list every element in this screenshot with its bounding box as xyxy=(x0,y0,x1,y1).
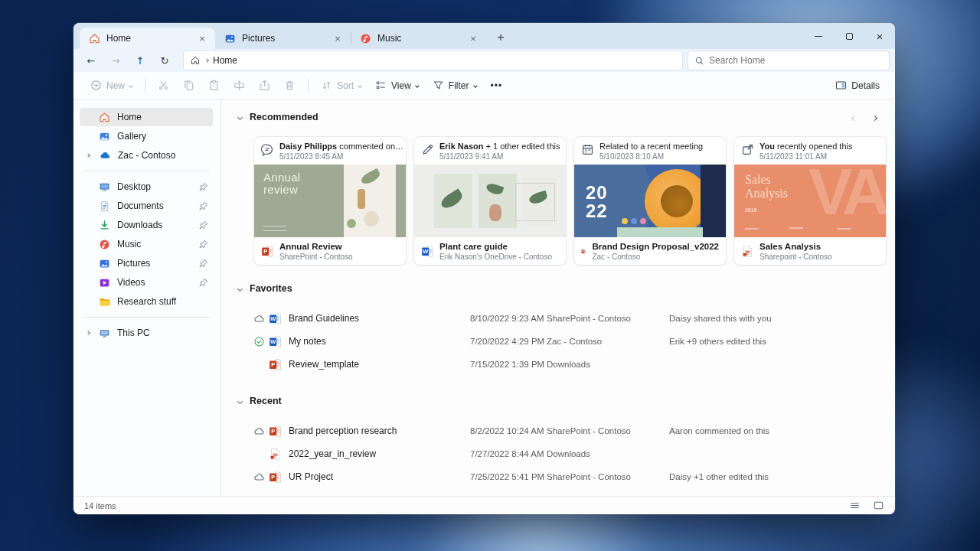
chevron-down-icon xyxy=(415,83,420,88)
carousel-right-button[interactable] xyxy=(873,112,877,122)
tab-pictures[interactable]: Pictures × xyxy=(215,28,351,49)
sidebar-item-home[interactable]: Home xyxy=(80,108,213,126)
sidebar-item-music[interactable]: Music xyxy=(80,235,213,253)
file-row-ur-project[interactable]: P UR Project 7/25/2022 5:41 PM SharePoin… xyxy=(253,465,895,488)
navigation-pane: Home Gallery Zac - Contoso Desktop xyxy=(74,99,221,496)
file-location: Erik Nason's OneDrive - Contoso xyxy=(439,253,552,261)
sort-label: Sort xyxy=(337,80,354,91)
tab-close-icon[interactable]: × xyxy=(466,31,480,45)
chevron-right-icon[interactable] xyxy=(84,331,92,334)
address-bar: ← → ↑ ↻ Home xyxy=(74,49,895,72)
paste-button[interactable] xyxy=(202,75,226,96)
file-activity: Daisy shared this with you xyxy=(669,314,895,323)
gallery-icon xyxy=(99,131,110,142)
toolbar-divider xyxy=(145,79,145,93)
search-input[interactable] xyxy=(709,55,883,66)
filter-label: Filter xyxy=(449,80,469,91)
section-title: Recommended xyxy=(250,112,318,122)
search-icon xyxy=(694,56,704,66)
new-tab-button[interactable]: + xyxy=(491,28,511,47)
more-button[interactable]: ••• xyxy=(485,75,509,96)
file-thumbnail: Annualreview xyxy=(254,165,406,237)
sidebar-item-gallery[interactable]: Gallery xyxy=(80,127,213,145)
file-location: Zac - Contoso xyxy=(592,253,719,261)
filter-button[interactable]: Filter xyxy=(426,75,483,96)
rename-button[interactable] xyxy=(227,75,251,96)
refresh-button[interactable]: ↻ xyxy=(153,51,176,70)
recommended-card-plant-care-guide[interactable]: Erik Nason + 1 other edited this 5/11/20… xyxy=(413,136,567,266)
back-button[interactable]: ← xyxy=(80,51,103,70)
recommended-section-header[interactable]: Recommended xyxy=(238,109,877,125)
breadcrumb[interactable]: Home xyxy=(184,51,682,70)
delete-button[interactable] xyxy=(278,75,302,96)
minimize-button[interactable] xyxy=(803,23,834,49)
large-thumbnails-view-toggle[interactable] xyxy=(873,500,884,511)
recommended-card-brand-design-proposal[interactable]: Related to a recent meeting 5/10/2023 8:… xyxy=(573,136,727,266)
folder-icon xyxy=(99,296,110,308)
view-icon xyxy=(375,80,387,91)
tab-music[interactable]: Music × xyxy=(351,28,486,49)
breadcrumb-location[interactable]: Home xyxy=(213,55,237,66)
svg-text:P: P xyxy=(263,248,267,255)
favorites-section-header[interactable]: Favorites xyxy=(238,281,877,296)
sidebar-item-videos[interactable]: Videos xyxy=(80,273,213,292)
details-button[interactable]: Details xyxy=(829,75,886,96)
recommended-card-sales-analysis[interactable]: You recently opened this 5/11/2023 11:01… xyxy=(733,136,887,266)
view-button[interactable]: View xyxy=(369,75,425,96)
carousel-left-button[interactable] xyxy=(852,112,856,122)
cut-button[interactable] xyxy=(152,75,175,96)
forward-button[interactable]: → xyxy=(104,51,127,70)
copy-button[interactable] xyxy=(177,75,201,96)
file-name: UR Project xyxy=(289,471,470,482)
search-box[interactable] xyxy=(688,51,889,70)
sidebar-item-downloads[interactable]: Downloads xyxy=(80,216,213,234)
file-row-brand-perception-research[interactable]: P Brand perception research 8/2/2022 10:… xyxy=(253,419,895,442)
file-row-review-template[interactable]: P Review_template 7/15/2022 1:39 PM Down… xyxy=(253,353,895,376)
sidebar-item-documents[interactable]: Documents xyxy=(80,197,213,215)
sidebar-item-research-stuff[interactable]: Research stuff xyxy=(80,292,213,311)
sidebar-item-desktop[interactable]: Desktop xyxy=(80,178,213,196)
pin-icon xyxy=(198,220,208,230)
tab-close-icon[interactable]: × xyxy=(331,31,345,45)
sort-button[interactable]: Sort xyxy=(315,75,368,96)
file-row-my-notes[interactable]: W My notes 7/20/2022 4:29 PM Zac - Conto… xyxy=(253,330,895,353)
tab-close-icon[interactable]: × xyxy=(195,31,209,45)
file-date: 7/15/2022 1:39 PM xyxy=(470,360,547,369)
file-name: Brand Guidelines xyxy=(289,313,470,324)
sidebar-item-onedrive[interactable]: Zac - Contoso xyxy=(80,146,213,165)
sidebar-item-label: Desktop xyxy=(117,181,191,192)
pictures-icon xyxy=(224,33,236,44)
svg-text:P: P xyxy=(271,361,275,368)
open-external-icon xyxy=(741,143,754,156)
recommended-card-annual-review[interactable]: Daisy Philipps commented on… 5/11/2023 8… xyxy=(253,136,407,266)
chevron-right-icon xyxy=(204,58,209,63)
new-button[interactable]: New xyxy=(84,75,139,96)
share-button[interactable] xyxy=(253,75,276,96)
tab-label: Pictures xyxy=(242,33,325,44)
file-row-brand-guidelines[interactable]: W Brand Guidelines 8/10/2022 9:23 AM Sha… xyxy=(253,307,895,330)
activity-timestamp: 5/10/2023 8:10 AM xyxy=(599,152,703,161)
up-button[interactable]: ↑ xyxy=(129,51,152,70)
cloud-sync-icon xyxy=(253,425,269,437)
powerpoint-file-icon: P xyxy=(581,245,586,258)
list-view-toggle[interactable] xyxy=(849,500,861,511)
file-name: Sales Analysis xyxy=(760,241,832,253)
sidebar-item-label: Videos xyxy=(117,277,191,288)
sidebar-item-pictures[interactable]: Pictures xyxy=(80,254,213,272)
item-count: 14 items xyxy=(84,501,116,510)
chevron-right-icon[interactable] xyxy=(84,154,92,157)
sidebar-item-label: Pictures xyxy=(117,258,191,269)
maximize-button[interactable] xyxy=(834,23,864,49)
chevron-down-icon xyxy=(237,398,243,403)
file-date: 7/20/2022 4:29 PM xyxy=(470,337,547,346)
file-thumbnail: 2022 xyxy=(574,165,726,237)
file-date: 8/2/2022 10:24 AM xyxy=(470,426,547,435)
svg-text:P: P xyxy=(271,428,275,435)
file-row-2022-year-in-review[interactable]: 2022_year_in_review 7/27/2022 8:44 AM Do… xyxy=(253,442,895,465)
chevron-down-icon xyxy=(473,83,478,88)
recent-section-header[interactable]: Recent xyxy=(238,393,877,409)
close-button[interactable]: × xyxy=(864,23,895,49)
tab-home[interactable]: Home × xyxy=(80,28,215,49)
sidebar-item-this-pc[interactable]: This PC xyxy=(80,324,213,342)
file-explorer-window: Home × Pictures × Music × + × ← → ↑ ↻ Ho… xyxy=(74,23,895,514)
